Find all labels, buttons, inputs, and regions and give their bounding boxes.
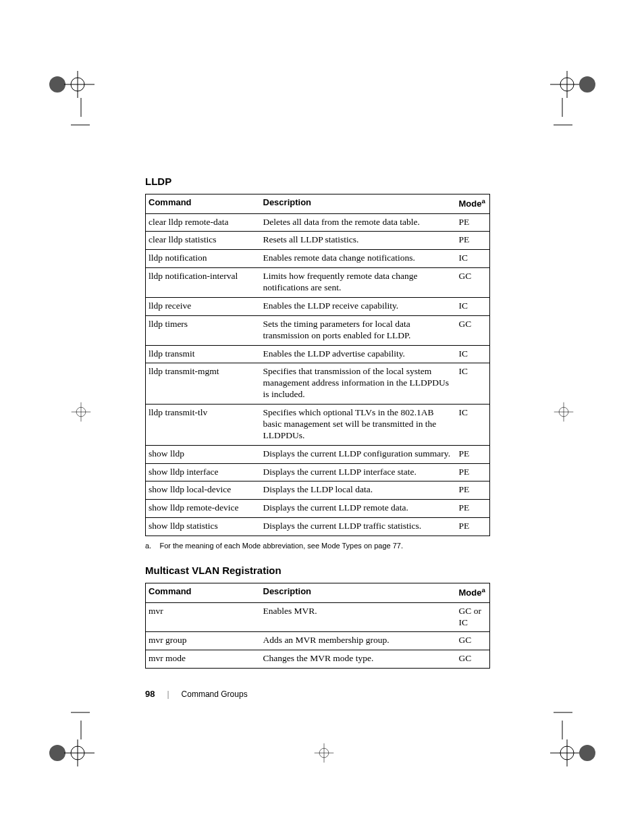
table-row: clear lldp remote-dataDeletes all data f… xyxy=(146,213,490,232)
cell-command: clear lldp remote-data xyxy=(146,213,261,232)
cell-mode: PE xyxy=(456,213,490,232)
table-row: mvrEnables MVR.GC or IC xyxy=(146,602,490,632)
table-row: lldp notification-intervalLimits how fre… xyxy=(146,268,490,298)
cell-mode: IC xyxy=(456,297,490,315)
cell-mode: IC xyxy=(456,363,490,405)
cell-command: lldp timers xyxy=(146,315,261,345)
mode-header-sup: a xyxy=(481,586,485,594)
cell-mode: IC xyxy=(456,405,490,446)
col-header-description: Description xyxy=(261,194,456,214)
cell-command: lldp transmit xyxy=(146,345,261,363)
cell-command: lldp notification-interval xyxy=(146,268,261,298)
svg-point-32 xyxy=(579,745,595,761)
table-row: lldp timersSets the timing parameters fo… xyxy=(146,315,490,345)
cell-description: Specifies which optional TLVs in the 802… xyxy=(261,405,456,446)
cell-description: Displays the current LLDP remote data. xyxy=(261,500,456,518)
svg-point-12 xyxy=(76,407,86,417)
table-row: mvr groupAdds an MVR membership group.GC xyxy=(146,632,490,650)
svg-point-29 xyxy=(560,746,574,760)
cell-description: Deletes all data from the remote data ta… xyxy=(261,213,456,232)
cell-command: show lldp remote-device xyxy=(146,500,261,518)
cell-mode: PE xyxy=(456,518,490,536)
mvr-table: Command Description Modea mvrEnables MVR… xyxy=(145,583,490,669)
cell-command: mvr xyxy=(146,602,261,632)
cell-mode: GC xyxy=(456,632,490,650)
table-row: mvr modeChanges the MVR mode type.GC xyxy=(146,650,490,669)
col-header-command: Command xyxy=(146,583,261,603)
svg-point-15 xyxy=(559,407,568,417)
registration-mark-icon xyxy=(311,739,338,769)
cell-mode: PE xyxy=(456,445,490,463)
cell-description: Enables the LLDP receive capability. xyxy=(261,297,456,315)
svg-point-21 xyxy=(71,746,84,760)
col-header-mode: Modea xyxy=(456,583,490,603)
footer-section-name: Command Groups xyxy=(182,689,248,699)
cell-command: mvr group xyxy=(146,632,261,650)
col-header-description: Description xyxy=(261,583,456,603)
crop-tick-icon xyxy=(71,98,91,141)
cell-command: lldp transmit-tlv xyxy=(146,405,261,446)
svg-point-0 xyxy=(49,76,65,93)
table-footnote: a. For the meaning of each Mode abbrevia… xyxy=(145,542,489,550)
svg-point-6 xyxy=(560,78,574,91)
cell-description: Enables the LLDP advertise capability. xyxy=(261,345,456,363)
page-content: LLDP Command Description Modea clear lld… xyxy=(145,176,489,669)
cell-command: show lldp statistics xyxy=(146,518,261,536)
registration-mark-icon xyxy=(47,61,95,111)
table-header-row: Command Description Modea xyxy=(146,583,490,603)
cell-command: lldp notification xyxy=(146,250,261,268)
footer-separator: | xyxy=(167,689,169,699)
lldp-table: Command Description Modea clear lldp rem… xyxy=(145,194,490,536)
cell-command: show lldp interface xyxy=(146,463,261,481)
section-title-mvr: Multicast VLAN Registration xyxy=(145,565,489,576)
cell-command: mvr mode xyxy=(146,650,261,669)
cell-mode: GC xyxy=(456,268,490,298)
footnote-label: a. xyxy=(145,542,151,550)
cell-mode: IC xyxy=(456,250,490,268)
cell-mode: IC xyxy=(456,345,490,363)
page-number: 98 xyxy=(145,689,155,699)
page-footer: 98 | Command Groups xyxy=(145,689,248,699)
table-row: show lldp interfaceDisplays the current … xyxy=(146,463,490,481)
cell-mode: GC or IC xyxy=(456,602,490,632)
cell-command: show lldp xyxy=(146,445,261,463)
cell-description: Specifies that transmission of the local… xyxy=(261,363,456,405)
cell-mode: PE xyxy=(456,500,490,518)
cell-description: Resets all LLDP statistics. xyxy=(261,232,456,250)
cell-description: Enables MVR. xyxy=(261,602,456,632)
registration-mark-icon xyxy=(550,61,597,111)
table-header-row: Command Description Modea xyxy=(146,194,490,214)
crop-tick-icon xyxy=(552,699,572,742)
mode-header-text: Mode xyxy=(459,199,482,209)
svg-point-24 xyxy=(319,748,329,758)
registration-mark-icon xyxy=(550,729,597,779)
table-row: lldp notificationEnables remote data cha… xyxy=(146,250,490,268)
table-row: show lldpDisplays the current LLDP confi… xyxy=(146,445,490,463)
table-row: clear lldp statisticsResets all LLDP sta… xyxy=(146,232,490,250)
col-header-mode: Modea xyxy=(456,194,490,214)
table-row: lldp transmit-mgmtSpecifies that transmi… xyxy=(146,363,490,405)
mode-header-text: Mode xyxy=(459,588,482,598)
table-row: show lldp local-deviceDisplays the LLDP … xyxy=(146,481,490,500)
table-row: lldp transmitEnables the LLDP advertise … xyxy=(146,345,490,363)
cell-command: show lldp local-device xyxy=(146,481,261,500)
cell-description: Adds an MVR membership group. xyxy=(261,632,456,650)
crop-tick-icon xyxy=(552,98,572,141)
cell-description: Displays the current LLDP traffic statis… xyxy=(261,518,456,536)
cell-command: clear lldp statistics xyxy=(146,232,261,250)
cell-description: Enables remote data change notifications… xyxy=(261,250,456,268)
col-header-command: Command xyxy=(146,194,261,214)
cell-description: Displays the LLDP local data. xyxy=(261,481,456,500)
table-row: lldp receiveEnables the LLDP receive cap… xyxy=(146,297,490,315)
svg-point-20 xyxy=(49,745,65,761)
cell-description: Displays the current LLDP configuration … xyxy=(261,445,456,463)
registration-mark-icon xyxy=(550,398,577,428)
cell-command: lldp receive xyxy=(146,297,261,315)
mode-header-sup: a xyxy=(481,197,485,205)
table-row: show lldp statisticsDisplays the current… xyxy=(146,518,490,536)
svg-point-9 xyxy=(579,76,595,93)
table-row: show lldp remote-deviceDisplays the curr… xyxy=(146,500,490,518)
registration-mark-icon xyxy=(47,729,95,779)
cell-mode: GC xyxy=(456,315,490,345)
section-title-lldp: LLDP xyxy=(145,176,489,187)
